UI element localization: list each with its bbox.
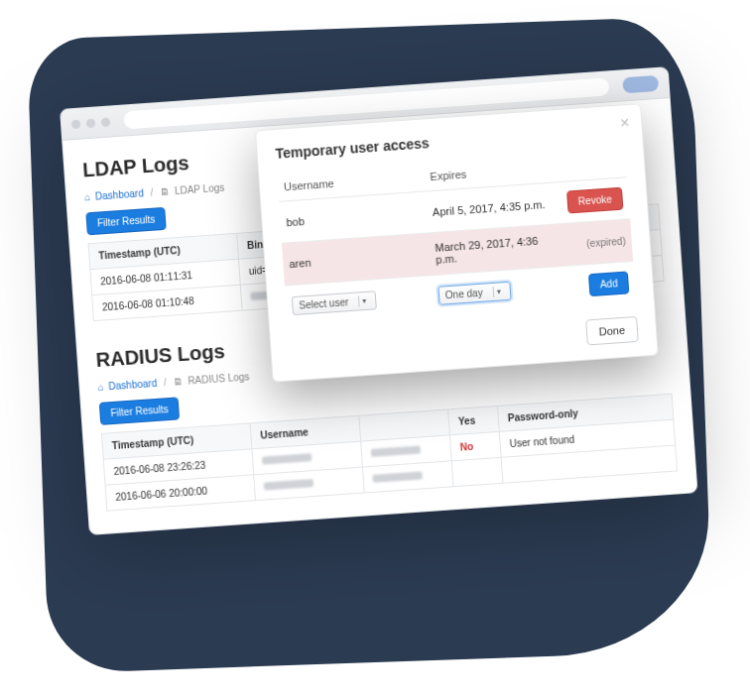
radius-cell-c — [362, 461, 453, 493]
crumb-sep: / — [164, 377, 168, 388]
select-duration-dropdown[interactable]: One day ▾ — [438, 282, 511, 305]
ldap-filter-button[interactable]: Filter Results — [85, 207, 167, 236]
window-dot-min[interactable] — [86, 118, 96, 128]
redacted — [373, 471, 423, 482]
radius-cell-d — [451, 457, 503, 486]
crumb-dashboard[interactable]: Dashboard — [95, 187, 145, 201]
chevron-down-icon: ▾ — [492, 286, 504, 297]
close-icon[interactable]: × — [619, 115, 629, 132]
chevron-down-icon: ▾ — [358, 295, 370, 307]
window-dot-close[interactable] — [71, 119, 81, 129]
revoke-button[interactable]: Revoke — [566, 187, 623, 214]
window-dot-max[interactable] — [101, 117, 111, 127]
access-table: Username Expires bob April 5, 2017, 4:35… — [277, 149, 636, 326]
select-user-dropdown[interactable]: Select user ▾ — [292, 291, 377, 315]
add-button[interactable]: Add — [588, 271, 629, 296]
document-icon: 🗎 — [173, 376, 184, 388]
select-duration-label: One day — [444, 288, 482, 301]
radius-filter-button[interactable]: Filter Results — [99, 397, 181, 425]
titlebar-action[interactable] — [622, 75, 659, 93]
done-button[interactable]: Done — [585, 316, 639, 346]
document-icon: 🗎 — [160, 185, 171, 197]
crumb-current: RADIUS Logs — [188, 371, 250, 386]
radius-table: Timestamp (UTC) Username Yes Password-on… — [101, 394, 678, 512]
expired-label: (expired) — [561, 219, 633, 267]
home-icon: ⌂ — [97, 382, 104, 393]
radius-th-ok: Yes — [448, 406, 500, 434]
radius-cell-no: No — [449, 431, 501, 460]
select-user-label: Select user — [299, 296, 349, 310]
redacted — [371, 445, 421, 456]
redacted — [262, 453, 312, 464]
crumb-current: LDAP Logs — [175, 182, 225, 196]
redacted — [264, 479, 313, 490]
crumb-sep: / — [150, 187, 154, 198]
temporary-access-modal: × Temporary user access Username Expires… — [255, 103, 659, 383]
crumb-dashboard[interactable]: Dashboard — [108, 378, 158, 392]
home-icon: ⌂ — [84, 191, 91, 202]
